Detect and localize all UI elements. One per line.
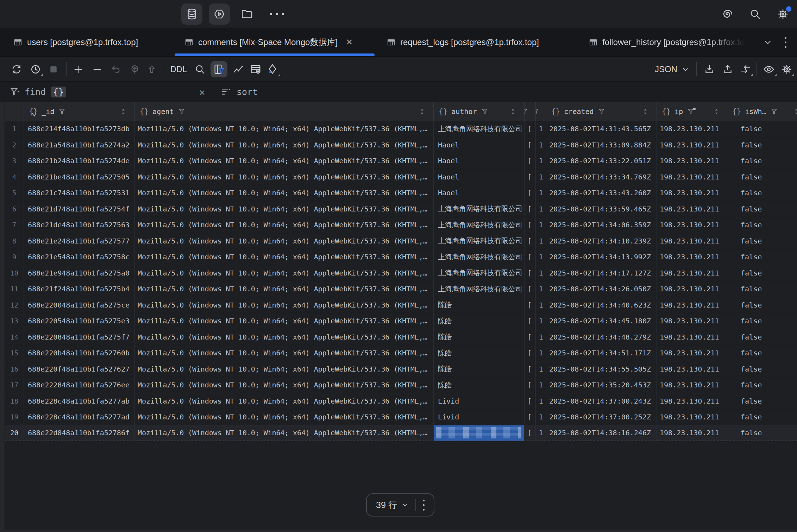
row-number[interactable]: 13 — [5, 313, 24, 329]
row-number[interactable]: 17 — [5, 377, 24, 393]
column-header-col5[interactable] — [525, 102, 536, 121]
cell-agent[interactable]: Mozilla/5.0 (Windows NT 10.0; Win64; x64… — [135, 249, 434, 265]
cell-created[interactable]: 2025-08-02T14:37:00.252Z — [546, 409, 657, 425]
row-number[interactable]: 18 — [5, 393, 24, 410]
cell-created[interactable]: 2025-08-02T14:33:34.769Z — [546, 169, 657, 185]
cell-array-preview[interactable]: [ — [525, 345, 536, 361]
cell-author[interactable]: Haoel — [434, 185, 525, 201]
cell-count[interactable]: 1 — [536, 153, 546, 169]
cell-count[interactable]: 1 — [536, 409, 546, 425]
cell-author[interactable]: 陈皓 — [434, 361, 525, 378]
table-row[interactable]: 3688e21b248a110b1fa5274deMozilla/5.0 (Wi… — [5, 153, 797, 169]
cell-author[interactable]: 上海鹰角网络科技有限公司 — [434, 201, 525, 217]
cell-ip[interactable]: 198.23.130.211 — [657, 329, 727, 346]
cell-id[interactable]: 688e220b48a110b1fa52760b — [24, 345, 135, 361]
row-number[interactable]: 8 — [5, 233, 24, 249]
cell-author[interactable]: Haoel — [434, 137, 525, 153]
query-console-button[interactable] — [209, 4, 230, 25]
cell-created[interactable]: 2025-08-02T14:34:06.359Z — [546, 217, 657, 233]
cell-ip[interactable]: 198.23.130.211 — [657, 137, 727, 153]
cell-count[interactable]: 1 — [536, 329, 546, 346]
pill-kebab-menu-icon[interactable] — [423, 500, 425, 511]
filter-funnel-icon[interactable] — [771, 108, 777, 115]
cell-created[interactable]: 2025-08-02T14:34:55.505Z — [546, 361, 657, 378]
table-row[interactable]: 18688e228c48a110b1fa5277abMozilla/5.0 (W… — [5, 393, 797, 410]
refresh-icon[interactable] — [11, 63, 23, 75]
row-number[interactable]: 20 — [5, 425, 24, 442]
cell-array-preview[interactable]: [ — [525, 217, 536, 233]
cell-id[interactable]: 688e21e548a110b1fa52758c — [24, 249, 135, 265]
cell-agent[interactable]: Mozilla/5.0 (Windows NT 10.0; Win64; x64… — [135, 329, 434, 346]
cell-agent[interactable]: Mozilla/5.0 (Windows NT 10.0; Win64; x64… — [135, 233, 434, 249]
cell-agent[interactable]: Mozilla/5.0 (Windows NT 10.0; Win64; x64… — [135, 217, 434, 233]
filter-funnel-icon[interactable] — [536, 108, 539, 115]
preview-eye-icon[interactable] — [763, 63, 775, 76]
cell-array-preview[interactable]: [ — [525, 233, 536, 249]
cell-iswhispers[interactable]: false — [727, 361, 797, 378]
table-row[interactable]: 2688e21a548a110b1fa5274a2Mozilla/5.0 (Wi… — [5, 137, 797, 153]
cell-author[interactable]: Haoel — [434, 153, 525, 169]
cell-author[interactable]: 上海鹰角网络科技有限公司 — [434, 233, 525, 249]
cell-ip[interactable]: 198.23.130.211 — [657, 153, 727, 169]
table-row[interactable]: 6688e21d748a110b1fa52754fMozilla/5.0 (Wi… — [5, 201, 797, 217]
cell-id[interactable]: 688e21c748a110b1fa527531 — [24, 185, 135, 201]
cell-iswhispers[interactable]: false — [727, 249, 797, 265]
cell-agent[interactable]: Mozilla/5.0 (Windows NT 10.0; Win64; x64… — [135, 313, 434, 329]
cell-ip[interactable]: 198.23.130.211 — [657, 217, 727, 233]
cell-ip[interactable]: 198.23.130.211 — [657, 121, 727, 137]
mention-button[interactable] — [721, 4, 734, 25]
cell-id[interactable]: 688e228c48a110b1fa5277ab — [24, 393, 135, 410]
cell-ip[interactable]: 198.23.130.211 — [657, 297, 727, 314]
grid-gear-icon[interactable] — [781, 63, 793, 75]
add-row-icon[interactable] — [73, 64, 83, 75]
ddl-button[interactable]: DDL — [170, 65, 187, 74]
cell-iswhispers[interactable]: false — [727, 169, 797, 185]
cell-iswhispers[interactable]: false — [727, 377, 797, 393]
sort-arrows-icon[interactable] — [420, 108, 424, 115]
cell-created[interactable]: 2025-08-02T14:33:09.884Z — [546, 137, 657, 153]
cell-created[interactable]: 2025-08-02T14:34:13.992Z — [546, 249, 657, 265]
cell-agent[interactable]: Mozilla/5.0 (Windows NT 10.0; Win64; x64… — [135, 377, 434, 393]
row-number[interactable]: 5 — [5, 185, 24, 201]
table-row[interactable]: 12688e220048a110b1fa5275ceMozilla/5.0 (W… — [5, 297, 797, 314]
find-query-input[interactable]: {} — [51, 82, 66, 102]
cell-created[interactable]: 2025-08-02T14:34:40.623Z — [546, 297, 657, 314]
cell-count[interactable]: 1 — [536, 185, 546, 201]
cell-agent[interactable]: Mozilla/5.0 (Windows NT 10.0; Win64; x64… — [135, 185, 434, 201]
table-row[interactable]: 1688e214f48a110b1fa5273dbMozilla/5.0 (Wi… — [5, 121, 797, 137]
color-format-icon[interactable] — [266, 63, 279, 76]
cell-iswhispers[interactable]: false — [727, 313, 797, 329]
cell-iswhispers[interactable]: false — [727, 153, 797, 169]
cell-id[interactable]: 688e220f48a110b1fa527627 — [24, 361, 135, 378]
cell-id[interactable]: 688e228c48a110b1fa5277ad — [24, 409, 135, 425]
filter-funnel-icon[interactable] — [525, 108, 528, 115]
cell-ip[interactable]: 198.23.130.211 — [657, 169, 727, 185]
table-row[interactable]: 15688e220b48a110b1fa52760bMozilla/5.0 (W… — [5, 345, 797, 361]
row-number[interactable]: 15 — [5, 345, 24, 361]
cell-created[interactable]: 2025-08-02T14:37:00.243Z — [546, 393, 657, 410]
cell-agent[interactable]: Mozilla/5.0 (Windows NT 10.0; Win64; x64… — [135, 169, 434, 185]
import-upload-icon[interactable] — [722, 64, 733, 75]
cell-id[interactable]: 688e21e948a110b1fa5275a0 — [24, 265, 135, 281]
row-number[interactable]: 11 — [5, 281, 24, 297]
cell-array-preview[interactable]: [ — [525, 281, 536, 297]
cell-author[interactable]: 陈皓 — [434, 377, 525, 393]
row-number[interactable]: 1 — [5, 121, 24, 137]
cell-array-preview[interactable]: [ — [525, 425, 536, 442]
remove-row-icon[interactable] — [92, 64, 102, 75]
cell-array-preview[interactable]: [ — [525, 153, 536, 169]
row-number[interactable]: 14 — [5, 329, 24, 346]
cell-agent[interactable]: Mozilla/5.0 (Windows NT 10.0; Win64; x64… — [135, 409, 434, 425]
column-header-_id[interactable]: {}_id — [24, 102, 135, 121]
cell-count[interactable]: 1 — [536, 393, 546, 410]
row-number[interactable]: 3 — [5, 153, 24, 169]
cell-author[interactable]: Livid — [434, 393, 525, 410]
compare-arrows-icon[interactable] — [740, 63, 752, 75]
cell-iswhispers[interactable]: false — [727, 281, 797, 297]
cell-iswhispers[interactable]: false — [727, 409, 797, 425]
cell-array-preview[interactable]: [ — [525, 265, 536, 281]
cell-created[interactable]: 2025-08-02T14:34:48.279Z — [546, 329, 657, 346]
cell-count[interactable]: 1 — [536, 249, 546, 265]
cell-count[interactable]: 1 — [536, 281, 546, 297]
table-row[interactable]: 14688e220848a110b1fa5275f7Mozilla/5.0 (W… — [5, 329, 797, 346]
